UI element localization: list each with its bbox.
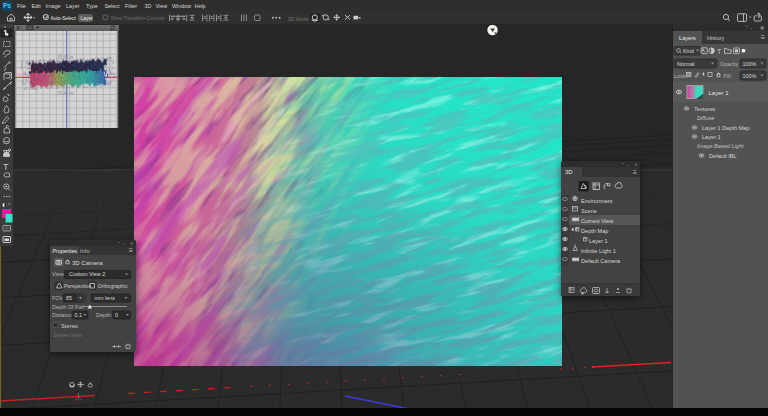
svg-text:15.48 in: 15.48 in bbox=[57, 91, 74, 96]
svg-text:Opacity:: Opacity: bbox=[720, 61, 740, 67]
svg-text:Default IBL: Default IBL bbox=[709, 153, 737, 159]
svg-text:Custom View 2: Custom View 2 bbox=[69, 271, 105, 277]
svg-text:»: » bbox=[4, 24, 7, 29]
svg-text:View:: View: bbox=[52, 271, 65, 277]
svg-text:Normal: Normal bbox=[677, 61, 694, 67]
svg-text:Image Based Light: Image Based Light bbox=[697, 143, 744, 149]
svg-text:15.48 in: 15.48 in bbox=[57, 55, 74, 60]
svg-text:85: 85 bbox=[66, 295, 72, 301]
svg-text:T: T bbox=[717, 48, 722, 55]
svg-text:Lock:: Lock: bbox=[674, 73, 687, 79]
svg-text:Layer 1: Layer 1 bbox=[589, 238, 608, 244]
svg-text:Distance:: Distance: bbox=[52, 312, 74, 318]
svg-text:Current View: Current View bbox=[581, 218, 614, 224]
svg-text:Default Camera: Default Camera bbox=[581, 258, 621, 264]
svg-text:Fill:: Fill: bbox=[724, 73, 732, 79]
svg-text:Kind: Kind bbox=[683, 48, 694, 54]
svg-text:Depth Map: Depth Map bbox=[581, 228, 608, 234]
svg-text:100%: 100% bbox=[743, 73, 757, 79]
svg-text:Scene: Scene bbox=[581, 208, 597, 214]
svg-text:Infinite Light 1: Infinite Light 1 bbox=[581, 248, 616, 254]
svg-text:Environment: Environment bbox=[581, 198, 613, 204]
svg-text:0: 0 bbox=[115, 312, 118, 318]
svg-text:0.1: 0.1 bbox=[75, 312, 83, 318]
svg-text:Diffuse: Diffuse bbox=[697, 115, 714, 121]
svg-text:Depth Of Fiel: Depth Of Fiel bbox=[52, 304, 84, 310]
svg-text:Layer 1: Layer 1 bbox=[702, 134, 721, 140]
svg-text:Perspective: Perspective bbox=[64, 283, 91, 289]
svg-text:Textures: Textures bbox=[694, 106, 715, 112]
svg-text:3D Camera: 3D Camera bbox=[72, 260, 103, 266]
svg-text:Layer 1 Depth Map: Layer 1 Depth Map bbox=[702, 125, 750, 131]
svg-text:T: T bbox=[3, 162, 9, 172]
svg-text:Stereo: Stereo bbox=[61, 323, 78, 329]
svg-text:Orthographic: Orthographic bbox=[98, 283, 128, 289]
svg-text:Stereo View: Stereo View bbox=[53, 332, 82, 338]
svg-text:100%: 100% bbox=[743, 61, 757, 67]
svg-text:mm lens: mm lens bbox=[95, 295, 116, 301]
svg-text:Depth:: Depth: bbox=[96, 312, 112, 318]
svg-text:Layer 1: Layer 1 bbox=[709, 90, 730, 96]
